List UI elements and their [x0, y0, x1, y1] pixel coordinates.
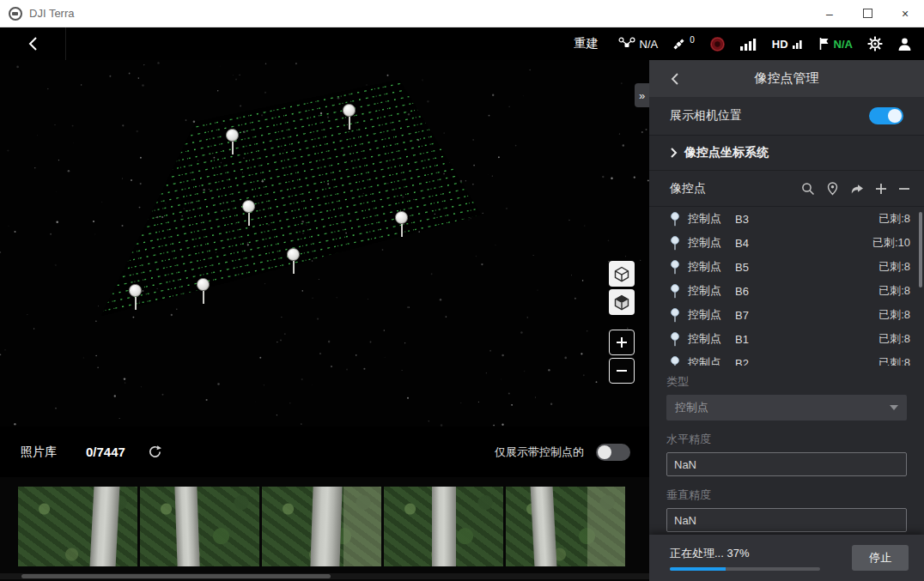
- signal-bars-icon[interactable]: [740, 38, 757, 51]
- view-mode-buttons: [609, 261, 635, 315]
- user-account-icon[interactable]: [897, 37, 912, 51]
- gcp-pin-marker[interactable]: [226, 129, 240, 154]
- map-3d-viewport[interactable]: »: [0, 60, 649, 427]
- panel-title: 像控点管理: [649, 70, 924, 87]
- gcp-pin-marker[interactable]: [197, 278, 210, 304]
- satellite-status[interactable]: 0: [672, 38, 695, 51]
- gcp-filter-label: 仅展示带控制点的: [495, 445, 584, 460]
- gcp-pin-marker[interactable]: [242, 200, 256, 226]
- toggle-knob: [598, 445, 611, 459]
- type-label: 类型: [666, 374, 907, 390]
- minimize-button[interactable]: –: [811, 0, 848, 27]
- gcp-id: B1: [735, 333, 749, 346]
- show-camera-toggle[interactable]: [869, 107, 903, 124]
- remove-gcp-icon[interactable]: [898, 183, 910, 195]
- maximize-button[interactable]: [848, 0, 886, 27]
- gcp-id: B3: [735, 213, 749, 226]
- gcp-filter-toggle[interactable]: [596, 444, 630, 461]
- road-texture: [89, 487, 120, 566]
- hd-transmission-status[interactable]: HD: [772, 38, 804, 51]
- gcp-list-item[interactable]: 控制点B3已刺:8: [649, 207, 924, 231]
- back-button[interactable]: [0, 27, 66, 60]
- photo-thumbnail[interactable]: [18, 487, 137, 566]
- rebuild-button[interactable]: 重建: [574, 36, 599, 51]
- panel-collapse-button[interactable]: »: [635, 83, 649, 107]
- chevron-right-icon: [670, 147, 678, 159]
- gcp-share-arrow-icon[interactable]: [850, 182, 864, 195]
- gcp-marked-count: 已刺:10: [872, 235, 910, 251]
- record-status-icon[interactable]: [709, 36, 726, 52]
- gcp-pin-marker[interactable]: [129, 284, 143, 310]
- gcp-list-item[interactable]: 控制点B2已刺:8: [649, 351, 924, 366]
- gcp-pin-icon: [670, 356, 680, 366]
- back-chevron-icon: [670, 72, 679, 86]
- pin-stem: [349, 117, 350, 130]
- horizontal-accuracy-input[interactable]: [666, 452, 907, 476]
- photo-thumbnail[interactable]: [384, 487, 503, 566]
- view-3d-cube-button[interactable]: [609, 261, 635, 287]
- app-title: DJI Terra: [29, 7, 75, 20]
- close-button[interactable]: ×: [886, 0, 924, 27]
- add-gcp-icon[interactable]: [875, 183, 887, 195]
- pin-stem: [401, 224, 403, 237]
- thumbnail-row: [18, 487, 625, 566]
- zoom-in-button[interactable]: [609, 330, 635, 355]
- type-value: 控制点: [675, 400, 708, 415]
- drone-status[interactable]: N/A: [618, 37, 659, 51]
- gcp-list-item[interactable]: 控制点B5已刺:8: [649, 255, 924, 279]
- horizontal-scrollbar[interactable]: [0, 573, 649, 579]
- panel-back-button[interactable]: [670, 72, 679, 86]
- progress-label: 正在处理... 37%: [670, 546, 820, 561]
- pin-stem: [203, 291, 204, 304]
- pin-head: [197, 278, 210, 291]
- pin-head: [226, 129, 239, 142]
- list-scrollbar[interactable]: [919, 212, 922, 287]
- gcp-list-item[interactable]: 控制点B4已刺:10: [649, 231, 924, 255]
- type-dropdown[interactable]: 控制点: [666, 395, 907, 421]
- refresh-button[interactable]: [148, 445, 162, 459]
- coordinate-system-expander[interactable]: 像控点坐标系统: [649, 136, 924, 171]
- drone-status-value: N/A: [640, 38, 659, 51]
- vertical-accuracy-label: 垂直精度: [666, 487, 907, 503]
- cube-outline-icon: [614, 266, 629, 282]
- horizontal-accuracy-label: 水平精度: [666, 432, 907, 447]
- pin-stem: [232, 142, 234, 154]
- gcp-name: 控制点: [688, 307, 721, 323]
- zoom-out-button[interactable]: [609, 358, 635, 384]
- gcp-pin-marker[interactable]: [287, 248, 301, 274]
- left-column: »: [0, 60, 649, 581]
- gcp-search-icon[interactable]: [801, 182, 815, 196]
- settings-gear-icon[interactable]: [867, 36, 883, 51]
- panel-header: 像控点管理: [649, 60, 924, 97]
- pin-stem: [248, 213, 250, 226]
- photo-thumbnail[interactable]: [140, 487, 259, 566]
- gcp-list-item[interactable]: 控制点B1已刺:8: [649, 327, 924, 351]
- minus-icon: [616, 365, 628, 377]
- gcp-list-item[interactable]: 控制点B7已刺:8: [649, 303, 924, 327]
- gcp-id: B5: [735, 261, 749, 274]
- scrollbar-thumb[interactable]: [21, 574, 331, 578]
- vertical-accuracy-input[interactable]: [666, 508, 907, 532]
- back-chevron-icon: [27, 35, 39, 52]
- view-25d-cube-button[interactable]: [609, 289, 635, 315]
- photo-thumbnail[interactable]: [506, 487, 625, 566]
- pin-head: [287, 248, 300, 261]
- coordinate-system-label: 像控点坐标系统: [684, 145, 769, 160]
- gcp-locate-pin-icon[interactable]: [826, 182, 839, 196]
- gcp-pin-marker[interactable]: [343, 104, 356, 130]
- gcp-pin-marker[interactable]: [395, 211, 409, 237]
- progress-track: [670, 567, 820, 571]
- gcp-name: 控制点: [688, 235, 721, 251]
- thumbnail-strip: [0, 477, 649, 581]
- gcp-name: 控制点: [688, 211, 721, 227]
- rtk-status[interactable]: N/A: [818, 37, 853, 51]
- stop-button[interactable]: 停止: [852, 545, 909, 571]
- gcp-list-item[interactable]: 控制点B6已刺:8: [649, 279, 924, 303]
- gcp-marked-count: 已刺:8: [878, 283, 910, 299]
- gcp-id: B4: [735, 237, 749, 250]
- app-window: DJI Terra – × 重建 N/A: [0, 0, 924, 581]
- photo-thumbnail[interactable]: [262, 487, 381, 566]
- road-texture: [432, 487, 456, 566]
- dji-logo-icon: [9, 7, 22, 21]
- progress-block: 正在处理... 37%: [670, 546, 820, 571]
